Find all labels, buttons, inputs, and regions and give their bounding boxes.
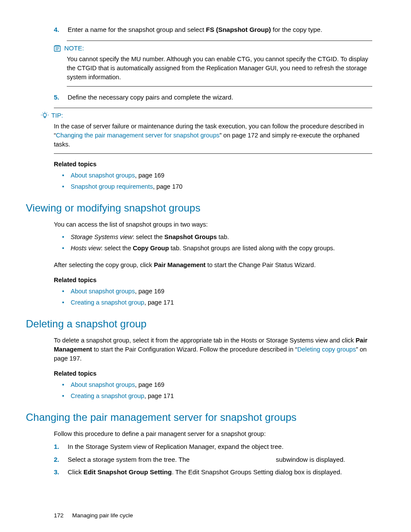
note-label: NOTE:: [64, 44, 84, 53]
related-rest: , page 171: [144, 392, 174, 399]
view-b1-pre: : select the: [132, 233, 164, 240]
heading-viewing: Viewing or modifying snapshot groups: [26, 201, 372, 216]
change-step-2: 2. Select a storage system from the tree…: [54, 455, 372, 464]
view-after-pre: After selecting the copy group, click: [54, 261, 154, 268]
tip-link[interactable]: Changing the pair management server for …: [56, 132, 220, 139]
step-5-body: Define the necessary copy pairs and comp…: [68, 93, 372, 102]
related-link[interactable]: About snapshot groups: [71, 381, 135, 388]
related-list-2: • About snapshot groups, page 169 • Crea…: [62, 287, 372, 307]
change-step-2-body: Select a storage system from the tree. T…: [68, 455, 372, 464]
svg-point-4: [43, 113, 47, 117]
s2-post: subwindow is displayed.: [276, 456, 345, 463]
change-step-3: 3. Click Edit Snapshot Group Setting. Th…: [54, 467, 372, 477]
related-link[interactable]: Creating a snapshot group: [71, 392, 144, 399]
bullet-icon: •: [62, 392, 71, 401]
del-pre: To delete a snapshot group, select it fr…: [54, 337, 355, 344]
related-list-3: • About snapshot groups, page 169 • Crea…: [62, 380, 372, 401]
change-step-3-number: 3.: [54, 467, 68, 477]
step-5-item: 5. Define the necessary copy pairs and c…: [54, 93, 372, 102]
view-b2-ital: Hosts view: [71, 245, 101, 252]
document-page: 4. Enter a name for the snapshot group a…: [0, 0, 411, 532]
bullet-icon: •: [62, 380, 71, 389]
bullet-icon: •: [62, 233, 71, 242]
footer-title: Managing pair life cycle: [72, 511, 133, 520]
related-topics-label-2: Related topics: [54, 276, 372, 285]
related-link[interactable]: Snapshot group requirements: [71, 183, 153, 190]
list-item: • Hosts view: select the Copy Group tab.…: [62, 244, 372, 253]
change-step-1: 1. In the Storage System view of Replica…: [54, 442, 372, 451]
tip-label: TIP:: [51, 111, 63, 120]
list-item: • Creating a snapshot group, page 171: [62, 298, 372, 307]
related-link[interactable]: Creating a snapshot group: [71, 299, 144, 306]
s2-pre: Select a storage system from the tree. T…: [68, 456, 191, 463]
related-rest: , page 171: [144, 299, 174, 306]
note-body: You cannot specify the MU number. Althou…: [67, 55, 372, 82]
change-step-3-body: Click Edit Snapshot Group Setting. The E…: [68, 467, 372, 477]
s3-post: . The Edit Snapshot Groups Setting dialo…: [172, 468, 342, 476]
step-4-body: Enter a name for the snapshot group and …: [68, 25, 372, 34]
note-box: NOTE: You cannot specify the MU number. …: [67, 40, 372, 87]
step4-post: for the copy type.: [271, 26, 322, 33]
related-topics-label-1: Related topics: [54, 160, 372, 169]
note-icon: [54, 45, 62, 52]
step-4-number: 4.: [54, 25, 68, 34]
change-step-1-number: 1.: [54, 442, 68, 451]
view-b2-pre: : select the: [101, 245, 133, 252]
del-mid: to start the Pair Configuration Wizard. …: [92, 346, 297, 353]
s2-gap: [191, 456, 276, 463]
change-step-2-number: 2.: [54, 455, 68, 464]
tip-box: TIP: In the case of server failure or ma…: [54, 108, 372, 154]
list-item: • About snapshot groups, page 169: [62, 380, 372, 389]
related-rest: , page 169: [135, 172, 165, 179]
tip-header: TIP:: [41, 111, 372, 120]
bullet-icon: •: [62, 287, 71, 296]
view-b2-bold: Copy Group: [133, 245, 169, 252]
s3-bold: Edit Snapshot Group Setting: [84, 468, 172, 476]
view-b1-bold: Snapshot Groups: [165, 233, 217, 240]
step4-bold: FS (Snapshot Group): [206, 26, 271, 33]
view-b2-post: tab. Snapshot groups are listed along wi…: [169, 245, 335, 252]
view-b1-ital: Storage Systems view: [71, 233, 132, 240]
viewing-after: After selecting the copy group, click Pa…: [54, 261, 372, 270]
heading-deleting: Deleting a snapshot group: [26, 317, 372, 332]
list-item: • About snapshot groups, page 169: [62, 287, 372, 296]
heading-changing: Changing the pair management server for …: [26, 410, 372, 425]
view-after-post: to start the Change Pair Status Wizard.: [206, 261, 315, 268]
s3-pre: Click: [68, 468, 84, 476]
related-rest: , page 169: [135, 381, 165, 388]
viewing-list: • Storage Systems view: select the Snaps…: [62, 233, 372, 253]
step4-pre: Enter a name for the snapshot group and …: [68, 26, 206, 33]
view-b1-post: tab.: [217, 233, 229, 240]
svg-line-10: [47, 113, 47, 113]
step-4-item: 4. Enter a name for the snapshot group a…: [54, 25, 372, 34]
changing-intro: Follow this procedure to define a pair m…: [54, 429, 372, 439]
page-number: 172: [54, 511, 64, 520]
step-5-number: 5.: [54, 93, 68, 102]
svg-line-9: [43, 113, 43, 113]
svg-rect-5: [44, 117, 46, 118]
related-link[interactable]: About snapshot groups: [71, 172, 135, 179]
bullet-icon: •: [62, 171, 71, 180]
related-rest: , page 170: [153, 183, 183, 190]
view-after-bold: Pair Management: [154, 261, 206, 268]
bullet-icon: •: [62, 298, 71, 307]
related-link[interactable]: About snapshot groups: [71, 288, 135, 295]
list-item: • About snapshot groups, page 169: [62, 171, 372, 180]
viewing-intro: You can access the list of snapshot grou…: [54, 220, 372, 229]
bullet-icon: •: [62, 182, 71, 191]
tip-body: In the case of server failure or mainten…: [54, 122, 372, 149]
related-topics-label-3: Related topics: [54, 369, 372, 378]
bullet-icon: •: [62, 244, 71, 253]
del-link[interactable]: Deleting copy groups: [297, 346, 356, 353]
list-item: • Storage Systems view: select the Snaps…: [62, 233, 372, 242]
related-rest: , page 169: [135, 288, 165, 295]
deleting-para: To delete a snapshot group, select it fr…: [54, 336, 372, 363]
change-step-1-body: In the Storage System view of Replicatio…: [68, 442, 372, 451]
related-list-1: • About snapshot groups, page 169 • Snap…: [62, 171, 372, 191]
note-header: NOTE:: [54, 44, 372, 53]
page-footer: 172 Managing pair life cycle: [54, 511, 372, 520]
tip-icon: [41, 112, 49, 119]
list-item: • Creating a snapshot group, page 171: [62, 392, 372, 401]
list-item: • Snapshot group requirements, page 170: [62, 182, 372, 191]
